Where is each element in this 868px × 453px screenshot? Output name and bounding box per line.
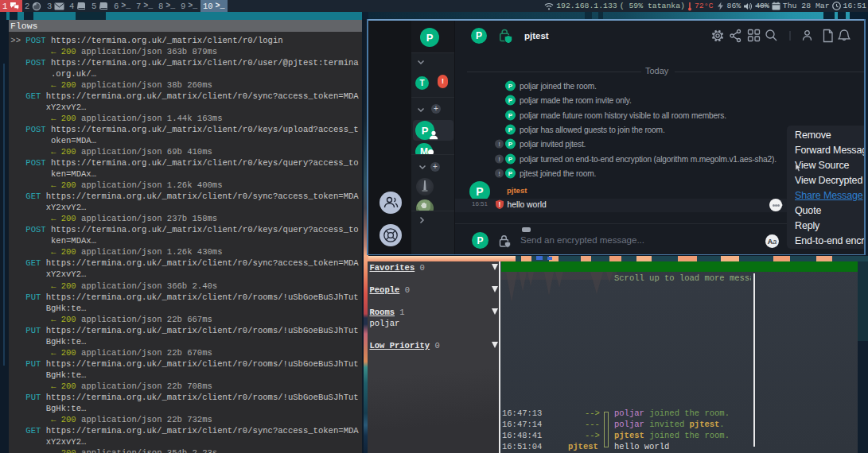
svg-text:!: ! [499,200,501,208]
